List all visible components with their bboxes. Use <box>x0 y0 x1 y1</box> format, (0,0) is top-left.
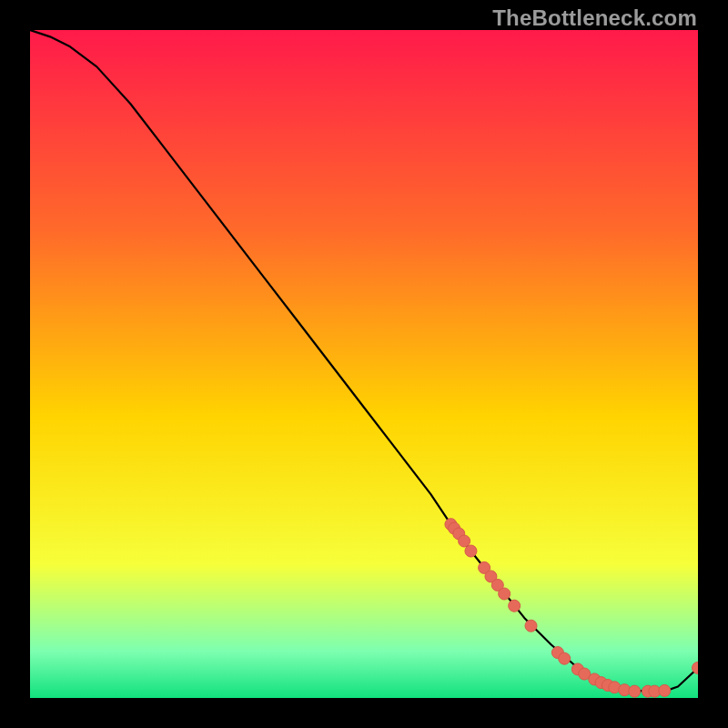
data-dot <box>629 685 641 697</box>
data-dot <box>525 620 537 632</box>
plot-area <box>30 30 698 698</box>
data-dot <box>659 684 671 696</box>
data-dot <box>465 545 477 557</box>
data-dot <box>559 652 571 664</box>
data-dot <box>459 535 470 547</box>
attribution-text: TheBottleneck.com <box>492 5 697 31</box>
gradient-background <box>30 30 698 698</box>
data-dot <box>509 600 521 612</box>
chart-stage: TheBottleneck.com <box>0 0 728 728</box>
chart-svg <box>30 30 698 698</box>
data-dot <box>499 588 511 600</box>
